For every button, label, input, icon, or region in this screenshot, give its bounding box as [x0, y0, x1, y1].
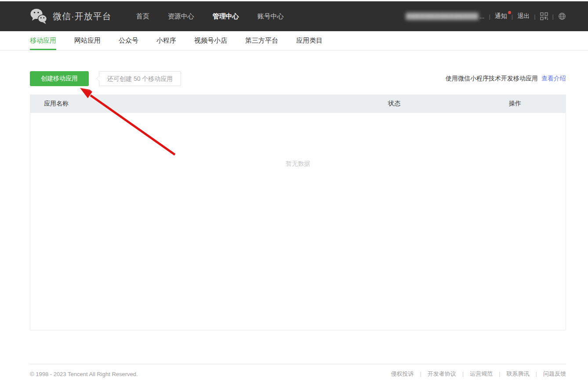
nav-item-resource-center[interactable]: 资源中心 [168, 12, 194, 21]
brand-title: 微信·开放平台 [53, 11, 112, 22]
main-content: 创建移动应用 还可创建 50 个移动应用 使用微信小程序技术开发移动应用 查看介… [30, 71, 566, 330]
tab-mini-program[interactable]: 小程序 [156, 31, 176, 50]
table-header-row: 应用名称 状态 操作 [30, 94, 566, 113]
nav-item-account-center[interactable]: 账号中心 [258, 12, 284, 21]
footer-link-developer-agreement[interactable]: 开发者协议 [414, 370, 456, 378]
divider: | [489, 13, 490, 20]
wechat-logo-icon [30, 8, 47, 25]
nav-item-management-center[interactable]: 管理中心 [213, 12, 239, 21]
wechat-open-platform-page: 微信·开放平台 首页 资源中心 管理中心 账号中心 ██████████████… [0, 0, 588, 388]
top-header: 微信·开放平台 首页 资源中心 管理中心 账号中心 ██████████████… [0, 1, 588, 31]
hint-area: 使用微信小程序技术开发移动应用 查看介绍 [446, 75, 566, 83]
table-body: 暂无数据 [30, 113, 566, 330]
app-table: 应用名称 状态 操作 暂无数据 [30, 94, 566, 330]
toolbar: 创建移动应用 还可创建 50 个移动应用 使用微信小程序技术开发移动应用 查看介… [30, 71, 566, 86]
hint-text: 使用微信小程序技术开发移动应用 [446, 75, 538, 82]
tab-mobile-app[interactable]: 移动应用 [30, 31, 56, 50]
footer-link-feedback[interactable]: 问题反馈 [530, 370, 566, 378]
footer-link-contact-tencent[interactable]: 联系腾讯 [493, 370, 529, 378]
divider: | [552, 13, 554, 20]
tab-channels-shop[interactable]: 视频号小店 [194, 31, 227, 50]
logout-link[interactable]: 退出 [517, 12, 530, 20]
create-mobile-app-button[interactable]: 创建移动应用 [30, 71, 89, 86]
globe-language-icon[interactable] [558, 12, 566, 20]
account-name-masked[interactable]: ████████████████ [406, 13, 479, 20]
column-header-action: 操作 [509, 100, 566, 108]
qr-code-icon[interactable] [540, 12, 548, 20]
footer: © 1998 - 2023 Tencent All Right Reserved… [30, 364, 566, 378]
empty-state-text: 暂无数据 [30, 113, 566, 168]
app-type-tabbar: 移动应用 网站应用 公众号 小程序 视频号小店 第三方平台 应用类目 [0, 31, 588, 51]
top-nav: 首页 资源中心 管理中心 账号中心 [136, 12, 284, 21]
copyright-text: © 1998 - 2023 Tencent All Right Reserved… [30, 371, 138, 377]
tab-third-party-platform[interactable]: 第三方平台 [245, 31, 278, 50]
account-ellipsis: ... [479, 13, 485, 20]
view-intro-link[interactable]: 查看介绍 [541, 75, 566, 82]
tab-app-category[interactable]: 应用类目 [296, 31, 323, 50]
footer-link-infringement-complaint[interactable]: 侵权投诉 [391, 370, 414, 378]
footer-link-operation-rules[interactable]: 运营规范 [456, 370, 493, 378]
quota-tooltip: 还可创建 50 个移动应用 [99, 71, 181, 86]
notifications-link[interactable]: 通知 [495, 12, 507, 20]
notification-badge-dot [508, 11, 511, 14]
footer-links: 侵权投诉 开发者协议 运营规范 联系腾讯 问题反馈 [391, 370, 566, 378]
nav-item-home[interactable]: 首页 [136, 12, 149, 21]
column-header-app-name: 应用名称 [30, 100, 388, 108]
divider: | [512, 13, 513, 20]
tab-official-account[interactable]: 公众号 [119, 31, 138, 50]
tab-website-app[interactable]: 网站应用 [74, 31, 101, 50]
brand[interactable]: 微信·开放平台 [30, 8, 112, 25]
divider: | [534, 13, 535, 20]
column-header-status: 状态 [388, 100, 509, 108]
top-right-area: ████████████████ ... | 通知 | 退出 | | [406, 12, 566, 20]
notifications-label: 通知 [495, 12, 507, 19]
